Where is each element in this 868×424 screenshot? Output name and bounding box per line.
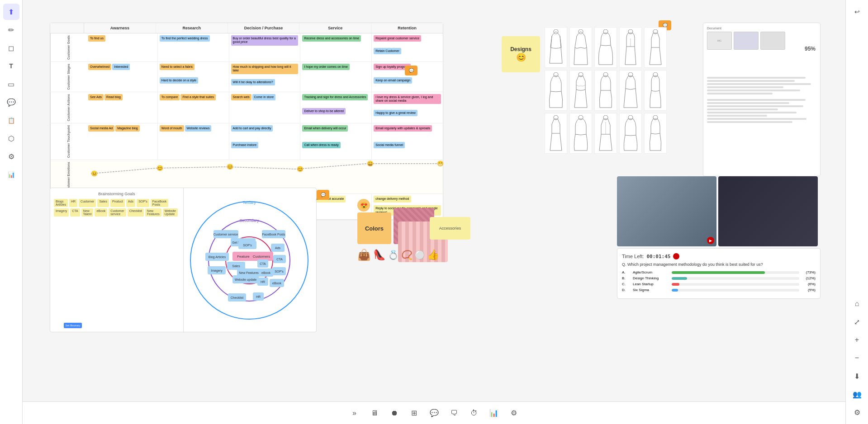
sticky-happy-review[interactable]: Happy to give a great review xyxy=(374,110,417,116)
video-thumb-2[interactable] xyxy=(718,176,818,246)
btag-newtalent[interactable]: NewTalent xyxy=(81,208,94,217)
comment-bubble-1[interactable]: 💬 xyxy=(405,66,417,75)
frame-tool[interactable]: ▭ xyxy=(3,76,19,92)
video-thumb-1[interactable]: ▶ xyxy=(617,176,716,246)
accessories-sticky[interactable]: Accessories xyxy=(430,217,470,240)
btag-checklist[interactable]: Checklist xyxy=(128,208,144,217)
btag-facebook[interactable]: FaceBookPosts xyxy=(151,199,169,207)
btag-cta[interactable]: CTA xyxy=(70,208,80,217)
svg-text:Imagery: Imagery xyxy=(211,269,223,273)
thumb-3[interactable] xyxy=(760,32,785,50)
video-thumbnails: ▶ xyxy=(617,176,821,246)
text-tool[interactable]: T xyxy=(3,58,19,74)
sticky-retain[interactable]: Retain Customer xyxy=(374,48,401,54)
sticky-come-store[interactable]: Come in store xyxy=(252,94,276,100)
btag-sops[interactable]: SOP's xyxy=(137,199,149,207)
expand-btn[interactable]: » xyxy=(346,405,363,421)
sticky-call[interactable]: Call when dress is ready xyxy=(302,142,340,148)
col-service: Service xyxy=(299,23,371,33)
sticky-perfect-dress[interactable]: To find the perfect wedding dress xyxy=(160,35,210,42)
sticky-buy[interactable]: Buy or order beautiful dress best qualit… xyxy=(231,35,299,46)
sticky-tracking[interactable]: Tracking and sign for dress and Accessor… xyxy=(302,94,368,100)
btag-blogs[interactable]: BlogsArticles xyxy=(54,199,68,207)
sticky-findus[interactable]: To find us xyxy=(88,35,105,42)
dress-6 xyxy=(545,70,567,111)
btag-hr[interactable]: HR xyxy=(69,199,77,207)
expand-tool[interactable]: ⤢ xyxy=(849,314,865,330)
dress-svg-8 xyxy=(598,72,614,108)
sticky-website-reviews[interactable]: Website reviews xyxy=(185,125,212,132)
zoom-in-tool[interactable]: + xyxy=(849,332,865,348)
actions-label: Customer Actions xyxy=(50,92,86,123)
settings-tool[interactable]: ⚙ xyxy=(3,148,19,165)
btag-ebook[interactable]: eBook xyxy=(95,208,107,217)
btag-custservice[interactable]: Customerservice xyxy=(109,208,126,217)
sticky-alterations[interactable]: Will it be okay to alterations? xyxy=(231,79,275,85)
sticky-see-ads[interactable]: See Ads xyxy=(88,94,104,100)
record-btn[interactable]: ⏺ xyxy=(386,405,403,421)
btag-ads[interactable]: Ads xyxy=(126,199,135,207)
sticky-email-delivery[interactable]: Email when delivery will occur xyxy=(302,125,348,132)
home-tool[interactable]: ⌂ xyxy=(849,296,865,312)
undo-tool[interactable]: ↩ xyxy=(849,4,865,20)
sticky-word-mouth[interactable]: Word of mouth xyxy=(160,125,184,132)
btag-product[interactable]: Product xyxy=(110,199,125,207)
record-dot xyxy=(673,253,679,259)
sticky-find-style[interactable]: Find a style that suites xyxy=(180,94,216,100)
screen-share-btn[interactable]: 🖥 xyxy=(366,405,383,421)
sticky-social-funnel[interactable]: Social media funnel xyxy=(374,142,405,148)
sticky-overwhelmed[interactable]: Overwhelmed xyxy=(88,64,111,70)
chat-btn[interactable]: 💬 xyxy=(426,405,442,421)
comment-bubble-brainstorm[interactable]: 💬 xyxy=(317,190,329,200)
sticky-magazine[interactable]: Magazine blog xyxy=(115,125,140,132)
barchart-btn[interactable]: 📊 xyxy=(486,405,502,421)
cursor-tool[interactable]: ⬆ xyxy=(3,4,19,20)
btag-imagery[interactable]: Imagery xyxy=(54,208,69,217)
settings-bottom-btn[interactable]: ⚙ xyxy=(506,405,522,421)
brainstorm-left: Brainstorming Goals BlogsArticles HR Cus… xyxy=(50,188,184,333)
zoom-out-tool[interactable]: − xyxy=(849,350,865,366)
btag-sales[interactable]: Sales xyxy=(97,199,109,207)
sticky-read-blog[interactable]: Read blog xyxy=(104,94,123,100)
sticky-social-ad[interactable]: Social media Ad xyxy=(88,125,114,132)
pen-tool[interactable]: ✏ xyxy=(3,22,19,38)
btag-websiteupdate[interactable]: WebsiteUpdate xyxy=(163,208,178,217)
thumb-2[interactable] xyxy=(734,32,759,50)
download-tool[interactable]: ⬇ xyxy=(849,368,865,384)
sticky-hard-decide[interactable]: Hard to decide on a style xyxy=(160,77,198,84)
comment-tool[interactable]: 💬 xyxy=(3,94,19,110)
comment-btn[interactable]: 🗨 xyxy=(446,405,462,421)
sticky-deliver[interactable]: Deliver to shop to be altered xyxy=(302,108,346,114)
sticky-tool[interactable]: 📋 xyxy=(3,112,19,128)
thumb-1[interactable]: IMG xyxy=(707,32,732,50)
sticky-need-fabric[interactable]: Need to select a fabric xyxy=(160,64,195,70)
sticky-email-updates[interactable]: Email regularly with updates & spreads xyxy=(374,125,432,132)
sticky-compare[interactable]: To compare xyxy=(160,94,180,100)
users-tool[interactable]: 👥 xyxy=(849,386,865,402)
svg-text:Website update: Website update xyxy=(235,278,257,282)
timer-btn[interactable]: ⏱ xyxy=(466,405,482,421)
grid-btn[interactable]: ⊞ xyxy=(406,405,422,421)
sticky-hope-order[interactable]: I hope my order comes on time xyxy=(302,64,350,70)
sticky-purchase[interactable]: Purchase instore xyxy=(231,142,259,148)
sticky-love-dress[interactable]: I love my dress & service given, I log a… xyxy=(374,94,441,104)
designs-sticky[interactable]: Designs 😊 xyxy=(502,36,540,72)
colors-sticky[interactable]: Colors xyxy=(357,212,391,244)
sticky-email-campaign[interactable]: Keep on email campaign xyxy=(374,77,412,84)
sticky-interested[interactable]: Interested xyxy=(112,64,130,70)
canvas: Awarness Research Decision / Purchase Se… xyxy=(23,0,845,401)
shapes-tool[interactable]: ⬡ xyxy=(3,130,19,146)
sticky-shipping[interactable]: How much is shipping and how long will i… xyxy=(231,64,299,74)
sticky-search-web[interactable]: Search web xyxy=(231,94,251,100)
eraser-tool[interactable]: ◻ xyxy=(3,40,19,56)
sticky-cart[interactable]: Add to cart and pay directly xyxy=(231,125,273,132)
journey-header: Awarness Research Decision / Purchase Se… xyxy=(50,23,443,33)
btag-newfeatures[interactable]: NewFeatures xyxy=(145,208,161,217)
sticky-receive[interactable]: Receive dress and accessories on time xyxy=(302,35,361,42)
btag-customer[interactable]: Customer xyxy=(79,199,96,207)
settings-right-tool[interactable]: ⚙ xyxy=(849,404,865,420)
chart-tool[interactable]: 📊 xyxy=(3,166,19,183)
svg-text:New Features: New Features xyxy=(239,271,259,274)
sticky-repaint[interactable]: Repaint great customer service xyxy=(374,35,421,42)
svg-text:Checklist: Checklist xyxy=(231,296,243,299)
